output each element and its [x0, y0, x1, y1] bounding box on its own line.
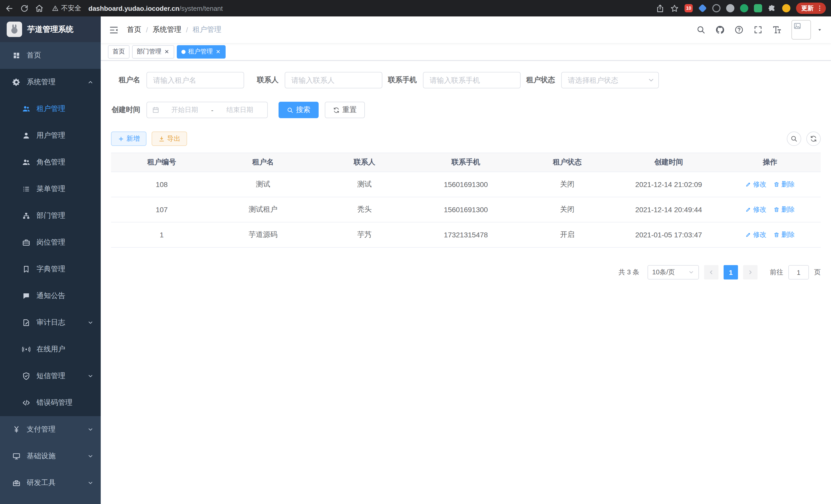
sidebar-item-online-user[interactable]: 在线用户 — [0, 336, 101, 363]
extension-icon-blue[interactable] — [698, 4, 707, 12]
home-button[interactable] — [35, 4, 44, 12]
security-label: 不安全 — [61, 4, 81, 13]
sidebar-item-user[interactable]: 用户管理 — [0, 122, 101, 149]
delete-link[interactable]: 删除 — [774, 230, 795, 239]
edit-link[interactable]: 修改 — [745, 205, 767, 214]
sidebar-item-audit-log[interactable]: 审计日志 — [0, 309, 101, 336]
create-time-range-picker[interactable]: 开始日期 - 结束日期 — [146, 102, 268, 118]
extension-badge[interactable]: 10 — [685, 4, 693, 12]
cell-created: 2021-12-14 20:49:44 — [618, 206, 719, 214]
chevron-down-icon — [87, 426, 93, 433]
filter-row-1: 租户名 联系人 联系手机 租户状态 — [111, 72, 821, 88]
sidebar-item-home[interactable]: 首页 — [0, 42, 101, 69]
delete-link[interactable]: 删除 — [774, 180, 795, 189]
refresh-button[interactable] — [806, 131, 821, 146]
export-button[interactable]: 导出 — [152, 131, 187, 146]
user-icon — [22, 131, 30, 140]
sidebar-item-payment[interactable]: 支付管理 — [0, 416, 101, 443]
sidebar-item-infra[interactable]: 基础设施 — [0, 443, 101, 470]
sidebar-item-devtools[interactable]: 研发工具 — [0, 470, 101, 496]
tab-tenant[interactable]: 租户管理 — [177, 45, 226, 58]
close-icon[interactable] — [215, 49, 221, 55]
prev-page-button[interactable] — [704, 265, 718, 279]
reset-button[interactable]: 重置 — [325, 102, 365, 118]
fullscreen-icon[interactable] — [753, 25, 763, 34]
filter-row-2: 创建时间 开始日期 - 结束日期 搜索 重置 — [111, 102, 821, 118]
table-row: 107 测试租户 秃头 15601691300 关闭 2021-12-14 20… — [111, 197, 821, 223]
screen: 不安全 dashboard.yudao.iocoder.cn/system/te… — [0, 0, 831, 504]
sidebar-item-system[interactable]: 系统管理 — [0, 69, 101, 95]
font-size-icon[interactable] — [772, 25, 782, 34]
tenant-icon — [22, 105, 30, 113]
share-icon[interactable] — [656, 4, 664, 12]
search-button[interactable]: 搜索 — [279, 102, 319, 118]
help-question-icon[interactable] — [735, 25, 744, 34]
broken-image-icon — [794, 22, 801, 30]
tab-dept[interactable]: 部门管理 — [132, 45, 174, 58]
cell-created: 2021-12-14 21:02:09 — [618, 180, 719, 188]
url-path: /system/tenant — [179, 4, 223, 12]
contact-input[interactable] — [285, 72, 382, 88]
tab-home[interactable]: 首页 — [108, 45, 130, 58]
tenant-status-input[interactable] — [561, 72, 659, 88]
date-end-placeholder[interactable]: 结束日期 — [218, 105, 262, 115]
delete-label: 删除 — [781, 180, 795, 189]
sidebar-item-role[interactable]: 角色管理 — [0, 149, 101, 176]
plus-icon — [118, 136, 124, 142]
sidebar-item-tenant[interactable]: 租户管理 — [0, 95, 101, 122]
menu-dots-icon[interactable] — [816, 5, 823, 12]
browser-chrome: 不安全 dashboard.yudao.iocoder.cn/system/te… — [0, 0, 831, 17]
menu-fold-icon[interactable] — [109, 25, 119, 35]
sidebar-item-dict[interactable]: 字典管理 — [0, 256, 101, 283]
active-dot — [181, 50, 185, 54]
edit-link[interactable]: 修改 — [745, 180, 767, 189]
next-page-button[interactable] — [743, 265, 757, 279]
monitor-icon — [12, 452, 21, 460]
extension-icon-green-square[interactable] — [754, 4, 762, 12]
avatar[interactable] — [792, 20, 811, 39]
security-chip[interactable]: 不安全 — [52, 4, 81, 13]
reload-button[interactable] — [20, 4, 29, 12]
col-actions: 操作 — [719, 158, 821, 167]
trash-icon — [774, 207, 780, 213]
update-button[interactable]: 更新 — [796, 3, 826, 14]
toggle-search-button[interactable] — [787, 131, 801, 146]
book-icon — [22, 265, 30, 273]
close-icon[interactable] — [164, 49, 170, 55]
sidebar: 芋道管理系统 首页 系统管理 租户管理 用户管理 — [0, 17, 101, 504]
logo[interactable]: 芋道管理系统 — [0, 17, 101, 42]
breadcrumb-home[interactable]: 首页 — [127, 25, 141, 34]
sidebar-item-post[interactable]: 岗位管理 — [0, 229, 101, 256]
bookmark-star-icon[interactable] — [670, 4, 679, 12]
date-start-placeholder[interactable]: 开始日期 — [163, 105, 207, 115]
delete-link[interactable]: 删除 — [774, 205, 795, 214]
extensions-puzzle-icon[interactable] — [768, 4, 776, 12]
github-icon[interactable] — [715, 25, 725, 34]
sidebar-item-dept[interactable]: 部门管理 — [0, 202, 101, 229]
sidebar-item-menu[interactable]: 菜单管理 — [0, 176, 101, 202]
add-button[interactable]: 新增 — [111, 131, 146, 146]
extension-icon-dark[interactable] — [712, 4, 720, 12]
phone-input[interactable] — [423, 72, 521, 88]
edit-link[interactable]: 修改 — [745, 230, 767, 239]
page-size-select[interactable]: 10条/页 — [648, 265, 699, 279]
caret-down-icon[interactable] — [816, 27, 823, 33]
search-icon — [791, 135, 798, 142]
goto-page-input[interactable] — [789, 265, 809, 279]
profile-avatar-icon[interactable] — [782, 4, 791, 12]
extension-icon-green[interactable] — [740, 4, 748, 12]
page-1-button[interactable]: 1 — [724, 265, 738, 279]
page-size-value: 10条/页 — [652, 268, 675, 277]
back-button[interactable] — [5, 4, 14, 12]
sidebar-item-error-code[interactable]: 错误码管理 — [0, 389, 101, 416]
tenant-name-input[interactable] — [146, 72, 244, 88]
sidebar-item-sms[interactable]: 短信管理 — [0, 363, 101, 389]
refresh-icon — [333, 107, 340, 113]
extension-icon-gray[interactable] — [726, 4, 735, 12]
breadcrumb-system[interactable]: 系统管理 — [153, 25, 181, 34]
address-bar[interactable]: dashboard.yudao.iocoder.cn/system/tenant — [88, 4, 650, 12]
tenant-status-select[interactable] — [561, 72, 659, 88]
sidebar-item-notice[interactable]: 通知公告 — [0, 283, 101, 309]
search-icon[interactable] — [696, 25, 706, 34]
toolbox-icon — [12, 479, 21, 487]
